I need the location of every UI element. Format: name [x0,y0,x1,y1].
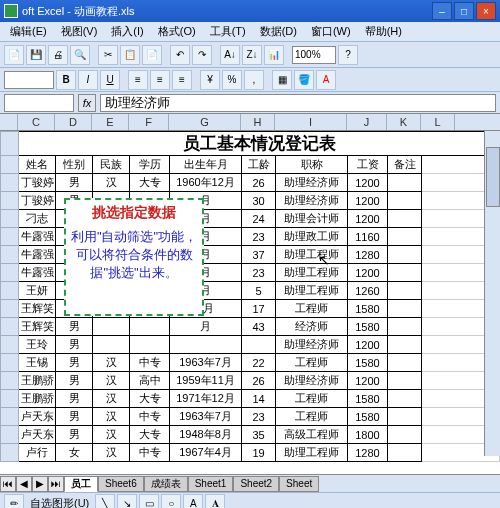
menu-edit[interactable]: 编辑(E) [4,22,53,41]
tab-grades[interactable]: 成绩表 [144,476,188,492]
callout-body: 利用"自动筛选"功能，可以将符合条件的数据"挑选"出来。 [70,228,198,282]
app-icon [4,4,18,18]
zoom-combo[interactable]: 100% [292,46,336,64]
borders-icon[interactable]: ▦ [272,70,292,90]
rect-icon[interactable]: ▭ [139,494,159,509]
percent-icon[interactable]: % [222,70,242,90]
maximize-button[interactable]: □ [454,2,474,20]
table-row[interactable]: 王鹏骄男汉大专1971年12月14工程师1580 [1,390,500,408]
redo-icon[interactable]: ↷ [192,45,212,65]
table-title[interactable]: 员工基本情况登记表 [19,132,500,156]
drawing-toolbar: ✏ 自选图形(U) ╲ ↘ ▭ ○ A 𝐀 [0,492,500,508]
paste-icon[interactable]: 📄 [142,45,162,65]
sort-asc-icon[interactable]: A↓ [220,45,240,65]
title-text: oft Excel - 动画教程.xls [22,4,134,19]
table-row[interactable]: 卢行女汉中专1967年4月19助理工程师1280 [1,444,500,462]
menu-insert[interactable]: 插入(I) [105,22,149,41]
table-row[interactable]: 王锡男汉中专1963年7月22工程师1580 [1,354,500,372]
preview-icon[interactable]: 🔍 [70,45,90,65]
table-row[interactable]: 卢天东男汉中专1963年7月23工程师1580 [1,408,500,426]
close-button[interactable]: × [476,2,496,20]
line-icon[interactable]: ╲ [95,494,115,509]
autoshape-menu[interactable]: 自选图形(U) [26,496,93,508]
table-row[interactable]: 王玲男助理经济师1200 [1,336,500,354]
tab-sheet6[interactable]: Sheet6 [98,476,144,492]
copy-icon[interactable]: 📋 [120,45,140,65]
fontcolor-icon[interactable]: A [316,70,336,90]
fx-icon[interactable]: fx [78,94,96,112]
vertical-scrollbar[interactable] [484,131,500,456]
tab-sheet2[interactable]: Sheet2 [233,476,279,492]
bold-icon[interactable]: B [56,70,76,90]
formatting-toolbar: B I U ≡ ≡ ≡ ¥ % , ▦ 🪣 A [0,68,500,92]
formula-input[interactable]: 助理经济师 [100,94,496,112]
italic-icon[interactable]: I [78,70,98,90]
menu-help[interactable]: 帮助(H) [359,22,408,41]
underline-icon[interactable]: U [100,70,120,90]
tab-employees[interactable]: 员工 [64,476,98,492]
table-row[interactable]: 卢天东男汉大专1948年8月35高级工程师1800 [1,426,500,444]
table-row[interactable]: 王辉笑男月43经济师1580 [1,318,500,336]
comma-icon[interactable]: , [244,70,264,90]
sort-desc-icon[interactable]: Z↓ [242,45,262,65]
chart-icon[interactable]: 📊 [264,45,284,65]
tab-sheet[interactable]: Sheet [279,476,319,492]
undo-icon[interactable]: ↶ [170,45,190,65]
align-right-icon[interactable]: ≡ [172,70,192,90]
tab-first-icon[interactable]: ⏮ [0,476,16,492]
textbox-icon[interactable]: A [183,494,203,509]
titlebar: oft Excel - 动画教程.xls – □ × [0,0,500,22]
menu-format[interactable]: 格式(O) [152,22,202,41]
menu-view[interactable]: 视图(V) [55,22,104,41]
menubar: 编辑(E) 视图(V) 插入(I) 格式(O) 工具(T) 数据(D) 窗口(W… [0,22,500,42]
cut-icon[interactable]: ✂ [98,45,118,65]
oval-icon[interactable]: ○ [161,494,181,509]
worksheet[interactable]: CDEFGHIJKL 员工基本情况登记表 姓名性别民族学历出生年月工龄职称工资备… [0,114,500,474]
menu-data[interactable]: 数据(D) [254,22,303,41]
column-headers[interactable]: CDEFGHIJKL [0,114,500,131]
name-box[interactable] [4,94,74,112]
align-center-icon[interactable]: ≡ [150,70,170,90]
callout-heading: 挑选指定数据 [70,204,198,222]
font-size-select[interactable] [4,71,54,89]
header-row: 姓名性别民族学历出生年月工龄职称工资备注 [1,156,500,174]
menu-tools[interactable]: 工具(T) [204,22,252,41]
menu-window[interactable]: 窗口(W) [305,22,357,41]
table-row[interactable]: 王鹏骄男汉高中1959年11月26助理经济师1200 [1,372,500,390]
formula-bar: fx 助理经济师 [0,92,500,114]
help-icon[interactable]: ? [338,45,358,65]
arrow-icon[interactable]: ↘ [117,494,137,509]
fillcolor-icon[interactable]: 🪣 [294,70,314,90]
align-left-icon[interactable]: ≡ [128,70,148,90]
table-row[interactable]: 丁骏婷男汉大专1960年12月26助理经济师1200 [1,174,500,192]
print-icon[interactable]: 🖨 [48,45,68,65]
tip-callout: 挑选指定数据 利用"自动筛选"功能，可以将符合条件的数据"挑选"出来。 [64,198,204,316]
standard-toolbar: 📄 💾 🖨 🔍 ✂ 📋 📄 ↶ ↷ A↓ Z↓ 📊 100% ? [0,42,500,68]
mouse-cursor: ↖ [318,252,330,268]
save-icon[interactable]: 💾 [26,45,46,65]
wordart-icon[interactable]: 𝐀 [205,494,225,509]
tab-sheet1[interactable]: Sheet1 [188,476,234,492]
new-icon[interactable]: 📄 [4,45,24,65]
currency-icon[interactable]: ¥ [200,70,220,90]
draw-icon[interactable]: ✏ [4,494,24,509]
tab-prev-icon[interactable]: ◀ [16,476,32,492]
tab-last-icon[interactable]: ⏭ [48,476,64,492]
sheet-tabs: ⏮ ◀ ▶ ⏭ 员工 Sheet6 成绩表 Sheet1 Sheet2 Shee… [0,474,500,492]
minimize-button[interactable]: – [432,2,452,20]
tab-next-icon[interactable]: ▶ [32,476,48,492]
